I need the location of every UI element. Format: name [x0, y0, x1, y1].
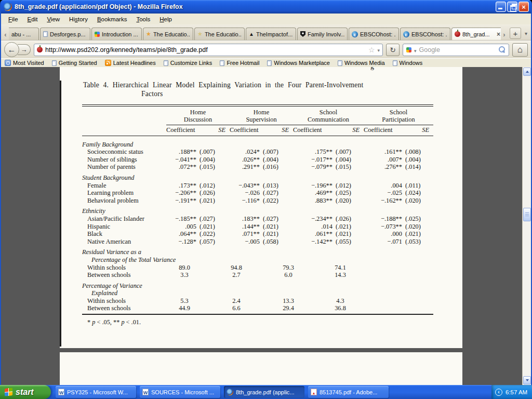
url-text[interactable]: http://www.psd202.org/kennedy/teams/pie/…	[45, 46, 366, 54]
bookmark-customize-links[interactable]: Customize Links	[164, 60, 212, 66]
se-cell: (.058)	[261, 238, 293, 246]
back-button[interactable]: ←	[4, 42, 19, 57]
taskbar-button-3[interactable]: 8th_grade.pdf (applic...	[224, 386, 304, 398]
table-row: Behavioral problem−.191**(.021)−.116*(.0…	[82, 197, 433, 205]
group-header: SchoolParticipation	[364, 107, 433, 125]
bookmark-windows-media[interactable]: Windows Media	[338, 60, 385, 66]
scrollbar-thumb[interactable]	[523, 208, 531, 221]
coefficient-cell: −.005	[230, 238, 261, 246]
tab-8[interactable]: EBSCOhost: ...	[349, 28, 399, 40]
taskbar-button-4[interactable]: 8513745.pdf - Adobe...	[308, 386, 389, 398]
se-cell: (.027)	[197, 215, 230, 223]
taskbar-buttons: PSY325 - Microsoft W...SOURCES - Microso…	[51, 385, 491, 399]
table-row: Between schools3.32.76.014.3	[82, 271, 433, 279]
tab-2[interactable]: Desforges.p...	[40, 28, 90, 40]
subheader-rule	[82, 136, 433, 136]
tab-3[interactable]: Introduction ...	[91, 28, 142, 40]
bookmark-windows-marketplace[interactable]: Windows Marketplace	[267, 60, 330, 66]
tab-close-button[interactable]: ×	[497, 31, 500, 37]
back-forward-group: ← →	[4, 42, 31, 57]
new-tab-button[interactable]: +	[510, 28, 521, 39]
subheader-pair: CoefficientSE	[364, 125, 433, 136]
search-placeholder[interactable]: Google	[419, 46, 496, 54]
se-cell: (.015)	[334, 163, 364, 171]
restore-button[interactable]	[507, 2, 517, 12]
bookmark-latest-headlines[interactable]: Latest Headlines	[105, 60, 156, 66]
table-row: Asian/Pacific Islander−.185**(.027).183*…	[82, 215, 433, 223]
menu-history[interactable]: History	[65, 15, 92, 23]
tab-4[interactable]: The Educatio...	[143, 28, 193, 40]
bookmark-most-visited[interactable]: Most Visited	[5, 60, 44, 66]
pdf-page-2	[60, 352, 462, 385]
coefficient-cell: .175**	[293, 148, 334, 156]
most-visited-icon	[5, 60, 11, 66]
se-cell: (.012)	[197, 182, 230, 190]
tab-5[interactable]: The Educatio...	[194, 28, 245, 40]
coefficient-cell: −.191**	[166, 197, 197, 205]
coefficient-cell: −.234**	[293, 215, 334, 223]
search-magnifier-icon[interactable]	[498, 46, 506, 54]
menu-file[interactable]: File	[4, 15, 22, 23]
table-row: Within schools89.094.879.374.1	[82, 264, 433, 272]
tab-9[interactable]: EBSCOhost: ...	[400, 28, 450, 40]
bookmark-getting-started[interactable]: Getting Started	[52, 60, 97, 66]
coefficient-cell: .064**	[166, 230, 197, 238]
tab-7[interactable]: Family Involv...	[297, 28, 348, 40]
search-engine-dropdown-icon[interactable]	[414, 45, 417, 55]
subheader-coefficient: Coefficient	[364, 126, 393, 134]
taskbar-button-2[interactable]: SOURCES - Microsoft ...	[140, 386, 220, 398]
close-button[interactable]: ×	[518, 2, 529, 12]
tab-10[interactable]: 8th_grad...×	[451, 28, 501, 40]
url-bar[interactable]: http://www.psd202.org/kennedy/teams/pie/…	[34, 44, 383, 56]
coefficient-cell: .188**	[166, 148, 197, 156]
scroll-up-button[interactable]	[523, 68, 531, 76]
tab-label: EBSCOhost: ...	[411, 31, 447, 37]
home-button[interactable]	[512, 43, 528, 57]
scroll-down-button[interactable]	[523, 376, 531, 384]
coefficient-cell: −.206**	[166, 189, 197, 197]
menu-edit[interactable]: Edit	[23, 15, 42, 23]
menu-help[interactable]: Help	[155, 15, 176, 23]
start-button[interactable]: start	[0, 385, 51, 399]
forward-button[interactable]: →	[18, 44, 31, 55]
tab-label: The Educatio...	[153, 31, 190, 37]
table-section-header: Family Background	[82, 138, 433, 149]
menu-view[interactable]: View	[43, 15, 64, 23]
pdf-page-1: g Table 4. Hierarchical Linear Model Exp…	[60, 67, 462, 348]
row-label: Number of siblings	[82, 156, 166, 164]
coefficient-cell: .161**	[364, 148, 403, 156]
tab-scroll-right-button[interactable]: ›	[501, 29, 508, 40]
minimize-button[interactable]	[496, 2, 506, 12]
tab-1[interactable]: abu - ...	[9, 28, 39, 40]
percentage-cell: 13.3	[262, 297, 314, 305]
menu-bookmarks[interactable]: Bookmarks	[93, 15, 131, 23]
tray-chevron-button[interactable]: ‹	[495, 389, 502, 396]
corner-cell	[82, 107, 166, 125]
scroll-down-arrow-icon	[526, 379, 529, 381]
windows-logo-icon	[5, 388, 12, 396]
hlm-table: HomeDiscussionHomeSupervisionSchoolCommu…	[82, 104, 433, 315]
menu-tools[interactable]: Tools	[132, 15, 154, 23]
tab-6[interactable]: TheImpactof...	[246, 28, 296, 40]
table-row: Black.064**(.022).071**(.021).061**(.021…	[82, 230, 433, 238]
bookmark-star-icon[interactable]	[368, 46, 375, 54]
list-all-tabs-button[interactable]: ▾	[522, 28, 530, 39]
ebsco-icon	[403, 31, 409, 37]
content-scrollbar[interactable]	[522, 67, 531, 385]
bookmark-windows[interactable]: Windows	[393, 60, 423, 66]
tab-scroll-left-button[interactable]: ‹	[2, 29, 9, 40]
se-cell: (.004)	[403, 156, 433, 164]
bookmark-label: Latest Headlines	[113, 60, 156, 66]
url-dropdown-arrow-icon[interactable]	[377, 46, 380, 54]
table-row: Hispanic.005(.021).144**(.021).014(.021)…	[82, 223, 433, 231]
taskbar-button-1[interactable]: PSY325 - Microsoft W...	[56, 386, 136, 398]
coefficient-cell: .024*	[230, 148, 261, 156]
coefficient-cell: .183**	[230, 215, 261, 223]
subheader-se: SE	[218, 126, 225, 134]
reload-button[interactable]: ↻	[386, 44, 400, 56]
coefficient-cell: −.079**	[293, 163, 334, 171]
bookmark-free-hotmail[interactable]: Free Hotmail	[220, 60, 259, 66]
search-bar[interactable]: Google	[403, 44, 509, 56]
subheader-pair: CoefficientSE	[293, 125, 364, 136]
subheader-coefficient: Coefficient	[230, 126, 259, 134]
